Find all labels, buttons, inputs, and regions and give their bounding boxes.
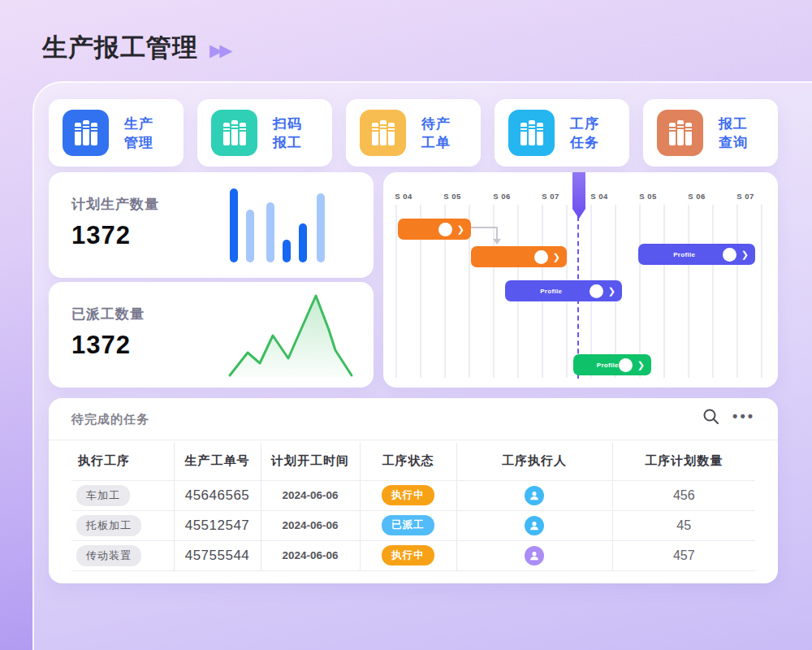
- gridline: [395, 205, 397, 378]
- drag-handle-icon[interactable]: [590, 284, 603, 298]
- nav-label-line1: 待产: [421, 115, 451, 133]
- process-badge: 传动装置: [76, 545, 141, 566]
- pending-tasks-table: 执行工序生产工单号计划开工时间工序状态工序执行人工序计划数量 车加工 45646…: [71, 443, 755, 571]
- column-header: 计划开工时间: [261, 443, 360, 480]
- gantt-bar-label: Profile: [540, 288, 562, 295]
- books-icon: [657, 110, 703, 156]
- executor-avatar: [525, 516, 544, 535]
- gantt-axis-label: S 06: [493, 192, 511, 201]
- gantt-axis-label: S 04: [395, 192, 412, 201]
- nav-label-line2: 管理: [124, 133, 153, 152]
- chevron-right-icon: ❯: [637, 361, 645, 370]
- drag-handle-icon[interactable]: [438, 223, 452, 236]
- more-options-icon[interactable]: •••: [732, 408, 755, 425]
- nav-label-line1: 报工: [719, 115, 748, 133]
- status-badge: 执行中: [382, 545, 434, 566]
- planned-start-date: 2024-06-06: [261, 510, 360, 540]
- planned-quantity: 457: [612, 540, 755, 570]
- nav-label-line2: 查询: [719, 133, 748, 152]
- gridline: [688, 205, 689, 378]
- gantt-bar-1[interactable]: ❯: [398, 219, 471, 240]
- nav-button-1[interactable]: 生产 管理: [49, 99, 184, 167]
- stat-label: 已派工数量: [71, 305, 145, 323]
- executor-avatar: [525, 486, 544, 505]
- gantt-axis-label: S 07: [542, 192, 559, 201]
- page-title-text: 生产报工管理: [42, 31, 198, 65]
- nav-label-line1: 扫码: [273, 115, 302, 133]
- planned-quantity: 456: [612, 480, 755, 510]
- stat-card-planned-qty: 计划生产数量 1372: [49, 172, 374, 278]
- column-header: 生产工单号: [174, 443, 261, 480]
- mini-bar-chart: [223, 185, 333, 265]
- process-badge: 车加工: [76, 485, 130, 506]
- gantt-bar-4[interactable]: Profile❯: [505, 280, 622, 301]
- order-number: 45512547: [174, 510, 261, 540]
- today-marker-icon[interactable]: [572, 172, 585, 219]
- planned-start-date: 2024-06-06: [261, 540, 360, 570]
- chevron-right-icon: ❯: [608, 287, 615, 296]
- nav-button-3[interactable]: 待产 工单: [346, 99, 481, 167]
- order-number: 45755544: [174, 540, 261, 570]
- stat-card-dispatched-qty: 已派工数量 1372: [49, 282, 374, 388]
- gantt-axis-label: S 05: [639, 192, 657, 201]
- column-header: 工序计划数量: [612, 443, 755, 480]
- pending-tasks-title: 待完成的任务: [71, 412, 149, 427]
- chevron-right-icon: ❯: [553, 253, 560, 262]
- title-arrows-icon: ▶▶: [209, 33, 229, 63]
- column-header: 工序执行人: [456, 443, 612, 480]
- books-icon: [63, 110, 109, 156]
- drag-handle-icon[interactable]: [723, 248, 736, 262]
- gantt-axis-label: S 04: [590, 192, 608, 201]
- column-header: 工序状态: [360, 443, 456, 480]
- order-number: 45646565: [174, 480, 261, 510]
- planned-start-date: 2024-06-06: [261, 480, 360, 510]
- gantt-bar-5[interactable]: Profile❯: [573, 354, 651, 375]
- table-tools: •••: [702, 408, 755, 425]
- books-icon: [508, 110, 555, 156]
- process-badge: 托板加工: [76, 515, 141, 536]
- gridline: [712, 205, 714, 378]
- drag-handle-icon[interactable]: [534, 250, 548, 264]
- nav-label-line1: 工序: [570, 115, 599, 133]
- stat-value: 1372: [71, 221, 131, 250]
- column-header: 执行工序: [71, 443, 174, 480]
- executor-avatar: [525, 546, 544, 566]
- books-icon: [211, 110, 257, 156]
- gantt-chart: S 04S 05S 06S 07S 04S 05S 06S 07 ❯❯Profi…: [383, 172, 778, 388]
- planned-quantity: 45: [612, 510, 755, 540]
- drag-handle-icon[interactable]: [619, 358, 633, 372]
- stat-value: 1372: [71, 331, 131, 360]
- mini-line-chart: [223, 287, 365, 383]
- gantt-axis-label: S 05: [443, 192, 461, 201]
- chevron-right-icon: ❯: [457, 225, 464, 234]
- stat-label: 计划生产数量: [71, 195, 159, 214]
- gantt-bar-3[interactable]: Profile❯: [638, 244, 755, 265]
- table-header-row: 执行工序生产工单号计划开工时间工序状态工序执行人工序计划数量: [71, 443, 755, 480]
- table-row[interactable]: 托板加工 45512547 2024-06-06 已派工 45: [71, 510, 755, 540]
- gridline: [736, 205, 738, 378]
- table-row[interactable]: 传动装置 45755544 2024-06-06 执行中 457: [71, 540, 755, 570]
- search-icon[interactable]: [702, 408, 719, 425]
- chevron-right-icon: ❯: [741, 250, 749, 259]
- gantt-axis-label: S 06: [688, 192, 706, 201]
- gridline: [639, 205, 641, 378]
- gridline: [663, 205, 665, 378]
- gridline: [761, 205, 762, 378]
- nav-label-line2: 报工: [273, 133, 302, 152]
- status-badge: 执行中: [382, 485, 434, 505]
- nav-label-line2: 任务: [570, 133, 599, 152]
- gantt-axis-label: S 07: [736, 192, 754, 201]
- nav-label-line1: 生产: [124, 115, 153, 133]
- status-badge: 已派工: [382, 515, 434, 535]
- table-row[interactable]: 车加工 45646565 2024-06-06 执行中 456: [71, 480, 755, 510]
- gantt-bar-2[interactable]: ❯: [471, 246, 567, 267]
- nav-button-4[interactable]: 工序 任务: [495, 99, 629, 167]
- books-icon: [360, 110, 406, 156]
- gantt-bar-label: Profile: [597, 362, 619, 369]
- nav-button-2[interactable]: 扫码 报工: [197, 99, 332, 167]
- gantt-bar-label: Profile: [673, 251, 695, 258]
- nav-button-5[interactable]: 报工 查询: [643, 99, 778, 167]
- nav-label-line2: 工单: [421, 133, 451, 152]
- pending-tasks-panel: 待完成的任务 ••• 执行工序生产工单号计划开工时间工序状态工序执行人工序计划数…: [49, 398, 778, 583]
- divider: [49, 440, 778, 440]
